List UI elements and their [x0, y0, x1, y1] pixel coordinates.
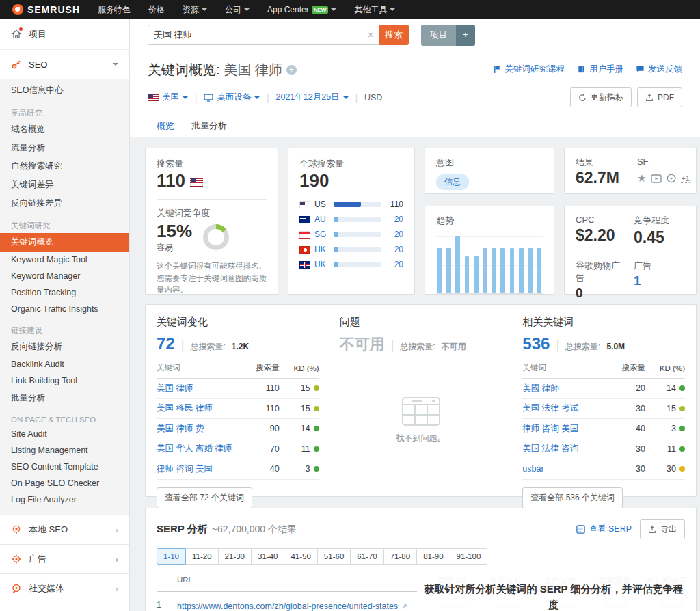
- sidebar-item-seo-dashboard[interactable]: SEO信息中心: [0, 81, 129, 100]
- result-url-link[interactable]: https://www.dentons.com/zh/global-presen…: [177, 601, 398, 611]
- table-row: 美國 律師 20 14: [522, 379, 685, 399]
- featured-video-icon[interactable]: [667, 174, 676, 183]
- page-range-button[interactable]: 71-80: [384, 548, 417, 565]
- divider: |: [391, 338, 394, 353]
- keyword-link[interactable]: usbar: [522, 464, 610, 474]
- export-button[interactable]: 导出: [640, 519, 685, 539]
- sidebar-item-site-audit[interactable]: Site Audit: [0, 426, 129, 442]
- sidebar-item-position-tracking[interactable]: Position Tracking: [0, 284, 129, 301]
- page-range-button[interactable]: 81-90: [417, 548, 450, 565]
- sidebar-group-content-marketing[interactable]: 内容营销 ›: [0, 603, 129, 611]
- trend-bar-chart: [436, 236, 543, 294]
- sidebar-item-keyword-magic-tool[interactable]: Keyword Magic Tool: [0, 252, 129, 268]
- tab-bulk-analysis[interactable]: 批量分析: [183, 116, 235, 137]
- page-range-button[interactable]: 31-40: [252, 548, 284, 565]
- sidebar-item-keyword-gap[interactable]: 关键词差异: [0, 176, 129, 194]
- sidebar-item-onpage-seo-checker[interactable]: On Page SEO Checker: [0, 475, 129, 491]
- view-serp-link[interactable]: 查看 SERP: [576, 524, 632, 535]
- page-range-button[interactable]: 61-70: [351, 548, 383, 565]
- send-feedback-link[interactable]: 发送反馈: [636, 64, 682, 75]
- sidebar-item-domain-overview[interactable]: 域名概览: [0, 120, 129, 139]
- view-all-variations-button[interactable]: 查看全部 72 个关键词: [157, 487, 252, 508]
- nav-features[interactable]: 服务特色: [98, 4, 131, 16]
- sidebar-item-backlink-gap[interactable]: 反向链接差异: [0, 194, 129, 213]
- sidebar-item-backlink-analytics[interactable]: 反向链接分析: [0, 338, 129, 356]
- add-project-button[interactable]: +: [456, 25, 475, 46]
- keyword-link[interactable]: 美国 法律 咨询: [522, 443, 610, 454]
- page-range-button[interactable]: 11-20: [186, 548, 219, 565]
- user-manual-link[interactable]: 用户手册: [577, 64, 623, 75]
- nav-resources[interactable]: 资源: [183, 4, 207, 16]
- sidebar-item-projects[interactable]: 项目: [0, 19, 129, 50]
- intent-badge[interactable]: 信息: [436, 174, 469, 190]
- results-title: 结果: [576, 157, 619, 169]
- view-all-related-button[interactable]: 查看全部 536 个关键词: [522, 487, 623, 508]
- nav-company[interactable]: 公司: [225, 4, 250, 16]
- sidebar-item-backlink-audit[interactable]: Backlink Audit: [0, 356, 129, 372]
- ads-value[interactable]: 1: [634, 273, 685, 288]
- page-range-button[interactable]: 21-30: [219, 548, 252, 565]
- sidebar-group-seo[interactable]: SEO: [0, 50, 129, 79]
- panel-title: 关键词变化: [157, 316, 319, 329]
- keyword-link[interactable]: 美国 律师: [157, 383, 244, 394]
- related-count[interactable]: 536: [522, 334, 550, 353]
- sidebar-item-keyword-overview[interactable]: 关键词概览: [0, 233, 129, 252]
- page-range-button[interactable]: 41-50: [284, 548, 317, 565]
- sidebar-group-local-seo[interactable]: 本地 SEO ›: [0, 515, 129, 544]
- panel-title: 问题: [340, 316, 502, 329]
- clear-search-icon[interactable]: ×: [362, 25, 379, 45]
- us-flag-icon: [148, 94, 159, 101]
- keyword-link[interactable]: 美国 华人 离婚 律师: [157, 443, 244, 454]
- keyword-link[interactable]: 美国 法律 考试: [522, 403, 610, 414]
- sidebar-item-organic-research[interactable]: 自然搜索研究: [0, 157, 129, 176]
- sidebar-group-social-media[interactable]: 社交媒体 ›: [0, 573, 129, 603]
- semrush-logo[interactable]: SEMRUSH: [12, 4, 80, 15]
- volume-bar: [334, 262, 381, 267]
- nav-pricing[interactable]: 价格: [148, 4, 165, 16]
- date-filter[interactable]: 2021年12月25日: [276, 92, 349, 103]
- country-filter[interactable]: 美国: [148, 92, 188, 103]
- variations-count[interactable]: 72: [157, 334, 175, 353]
- keyword-link[interactable]: 美国 律师 费: [157, 423, 244, 435]
- star-icon[interactable]: ★: [637, 172, 646, 185]
- related-total-volume: 5.0M: [606, 342, 625, 351]
- competition-value: 0.45: [634, 228, 685, 247]
- keyword-search-input[interactable]: [148, 25, 379, 45]
- export-icon: [645, 94, 654, 102]
- sidebar-item-seo-content-template[interactable]: SEO Content Template: [0, 459, 129, 475]
- external-link-icon[interactable]: ↗: [401, 602, 407, 610]
- more-serp-features[interactable]: +1: [681, 174, 690, 183]
- nav-more-tools[interactable]: 其他工具: [354, 4, 395, 16]
- keyword-link[interactable]: 律师 咨询 美国: [157, 463, 244, 475]
- cpc-card: CPC $2.20 竞争程度 0.45 谷歌购物广告: [564, 206, 697, 295]
- tab-overview[interactable]: 概览: [148, 116, 183, 137]
- sidebar-group-advertising[interactable]: 广告 ›: [0, 544, 129, 573]
- keyword-link[interactable]: 美國 律師: [522, 383, 610, 394]
- nav-app-center[interactable]: App CenterNEW: [267, 5, 336, 14]
- divider: |: [267, 93, 269, 103]
- search-button[interactable]: 搜索: [379, 25, 409, 45]
- page-range-button[interactable]: 1-10: [157, 548, 186, 565]
- export-pdf-button[interactable]: PDF: [637, 87, 682, 107]
- table-header: 关键词 搜索量 KD (%): [157, 360, 319, 379]
- update-metrics-button[interactable]: 更新指标: [570, 87, 632, 107]
- keyword-link[interactable]: 美国 移民 律师: [157, 403, 244, 414]
- sidebar-item-log-file-analyzer[interactable]: Log File Analyzer: [0, 491, 129, 508]
- sidebar-item-organic-traffic-insights[interactable]: Organic Traffic Insights: [0, 301, 129, 317]
- serp-grid-icon: [576, 525, 585, 534]
- related-table: 关键词 搜索量 KD (%) 美國 律師 20 14 美国 法律 考试: [522, 360, 685, 480]
- video-icon[interactable]: [651, 174, 662, 183]
- sidebar-item-link-building-tool[interactable]: Link Building Tool: [0, 372, 129, 389]
- add-keyword-icon[interactable]: +: [286, 65, 297, 75]
- sidebar-item-bulk-analysis[interactable]: 批量分析: [0, 389, 129, 407]
- page-range-button[interactable]: 91-100: [450, 548, 488, 565]
- keyword-link[interactable]: 律师 咨询 美国: [522, 423, 610, 435]
- sidebar-item-listing-management[interactable]: Listing Management: [0, 442, 129, 459]
- sidebar-item-traffic-analytics[interactable]: 流量分析: [0, 139, 129, 157]
- device-filter[interactable]: 桌面设备: [204, 92, 260, 103]
- sidebar-item-keyword-manager[interactable]: Keyword Manager: [0, 268, 129, 284]
- page-range-button[interactable]: 51-60: [318, 548, 351, 565]
- keyword-course-link[interactable]: 关键词研究课程: [493, 64, 565, 75]
- chevron-down-icon: [331, 8, 336, 11]
- projects-button[interactable]: 项目: [421, 25, 456, 46]
